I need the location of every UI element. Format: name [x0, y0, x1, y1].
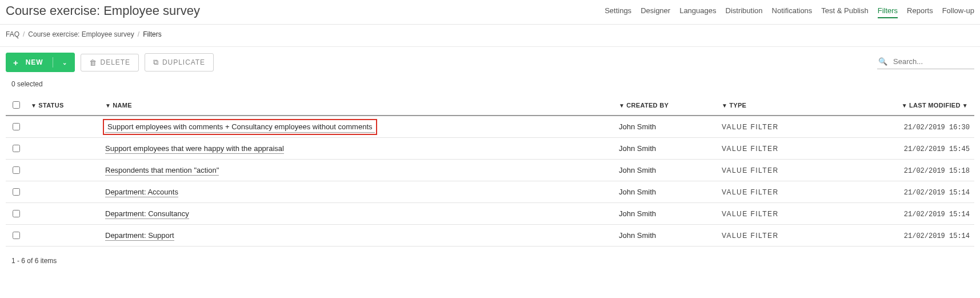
filter-icon: ▼: [31, 102, 37, 109]
col-header-name[interactable]: ▼NAME: [101, 94, 614, 116]
breadcrumb-separator: /: [23, 30, 25, 38]
row-created-by: John Smith: [614, 138, 717, 160]
col-header-name-label: NAME: [113, 102, 132, 109]
top-nav-item-designer[interactable]: Designer: [641, 4, 670, 18]
duplicate-button[interactable]: ⧉ DUPLICATE: [145, 53, 214, 71]
top-nav-item-languages[interactable]: Languages: [679, 4, 716, 18]
col-header-last-modified[interactable]: ▼LAST MODIFIED▼: [889, 94, 974, 116]
filter-name-link[interactable]: Department: Consultancy: [105, 209, 189, 219]
table-row: Respondents that mention "action"John Sm…: [6, 160, 974, 181]
page-title: Course exercise: Employee survey: [6, 3, 200, 18]
row-status: [26, 160, 101, 181]
col-header-type[interactable]: ▼TYPE: [717, 94, 889, 116]
filter-name-link[interactable]: Department: Accounts: [105, 188, 178, 197]
table-row: Department: SupportJohn SmithVALUE FILTE…: [6, 225, 974, 247]
top-nav-item-reports[interactable]: Reports: [907, 4, 933, 18]
row-type: VALUE FILTER: [722, 188, 779, 196]
filters-table: ▼STATUS ▼NAME ▼CREATED BY ▼TYPE ▼LAST MO…: [6, 94, 974, 247]
table-row: Support employees with comments + Consul…: [6, 116, 974, 138]
row-last-modified: 21/02/2019 15:14: [904, 189, 970, 197]
row-type: VALUE FILTER: [722, 210, 779, 218]
filter-name-link[interactable]: Respondents that mention "action": [105, 166, 219, 176]
chevron-down-icon[interactable]: ⌄: [62, 59, 67, 66]
trash-icon: 🗑: [89, 58, 97, 67]
filter-icon: ▼: [902, 102, 907, 109]
row-last-modified: 21/02/2019 15:14: [904, 232, 970, 240]
row-last-modified: 21/02/2019 16:30: [904, 124, 970, 132]
row-checkbox[interactable]: [13, 123, 20, 130]
row-created-by: John Smith: [614, 181, 717, 203]
row-status: [26, 116, 101, 138]
search-input[interactable]: [892, 57, 973, 66]
separator: [53, 57, 53, 67]
top-nav-item-test-publish[interactable]: Test & Publish: [821, 4, 868, 18]
row-created-by: John Smith: [614, 160, 717, 181]
row-last-modified: 21/02/2019 15:45: [904, 145, 970, 153]
sort-desc-icon: ▼: [962, 102, 968, 109]
top-nav-item-settings[interactable]: Settings: [605, 4, 631, 18]
table-row: Support employees that were happy with t…: [6, 138, 974, 160]
row-checkbox[interactable]: [13, 166, 20, 174]
search-icon: 🔍: [878, 57, 887, 66]
row-status: [26, 138, 101, 160]
row-last-modified: 21/02/2019 15:14: [904, 210, 970, 218]
filter-name-link[interactable]: Support employees with comments + Consul…: [105, 121, 375, 133]
row-checkbox[interactable]: [13, 188, 20, 196]
filter-name-link[interactable]: Support employees that were happy with t…: [105, 144, 284, 154]
selection-count: 0 selected: [0, 76, 980, 94]
filter-icon: ▼: [722, 102, 727, 109]
col-header-created-by[interactable]: ▼CREATED BY: [614, 94, 717, 116]
breadcrumb: FAQ/Course exercise: Employee survey/Fil…: [0, 25, 980, 47]
row-type: VALUE FILTER: [722, 166, 779, 174]
select-all-checkbox[interactable]: [13, 101, 20, 109]
breadcrumb-item[interactable]: Course exercise: Employee survey: [28, 30, 134, 38]
table-row: Department: AccountsJohn SmithVALUE FILT…: [6, 181, 974, 203]
col-header-status-label: STATUS: [38, 102, 63, 109]
filter-icon: ▼: [105, 102, 111, 109]
row-status: [26, 225, 101, 247]
row-created-by: John Smith: [614, 203, 717, 225]
breadcrumb-item: Filters: [143, 30, 162, 38]
table-footer-count: 1 - 6 of 6 items: [0, 247, 980, 275]
row-status: [26, 203, 101, 225]
col-header-status[interactable]: ▼STATUS: [26, 94, 101, 116]
duplicate-button-label: DUPLICATE: [162, 58, 205, 66]
breadcrumb-separator: /: [138, 30, 139, 38]
col-header-created-label: CREATED BY: [626, 102, 669, 109]
delete-button[interactable]: 🗑 DELETE: [81, 54, 139, 71]
table-row: Department: ConsultancyJohn SmithVALUE F…: [6, 203, 974, 225]
top-nav-item-notifications[interactable]: Notifications: [772, 4, 813, 18]
plus-icon: +: [13, 58, 19, 67]
filter-name-link[interactable]: Department: Support: [105, 231, 174, 241]
row-status: [26, 181, 101, 203]
filter-icon: ▼: [619, 102, 625, 109]
top-nav-item-distribution[interactable]: Distribution: [726, 4, 763, 18]
row-checkbox[interactable]: [13, 210, 20, 217]
breadcrumb-item[interactable]: FAQ: [6, 30, 19, 38]
top-nav-item-follow-up[interactable]: Follow-up: [942, 4, 974, 18]
row-type: VALUE FILTER: [722, 123, 779, 131]
row-created-by: John Smith: [614, 116, 717, 138]
row-last-modified: 21/02/2019 15:18: [904, 167, 970, 175]
top-nav: SettingsDesignerLanguagesDistributionNot…: [605, 4, 974, 18]
delete-button-label: DELETE: [101, 58, 130, 66]
search-container: 🔍: [877, 55, 974, 69]
row-created-by: John Smith: [614, 225, 717, 247]
col-header-modified-label: LAST MODIFIED: [909, 102, 961, 109]
row-type: VALUE FILTER: [722, 145, 779, 153]
copy-icon: ⧉: [153, 58, 159, 67]
top-nav-item-filters[interactable]: Filters: [878, 4, 898, 18]
row-checkbox[interactable]: [13, 232, 20, 239]
new-button-label: NEW: [26, 58, 43, 66]
col-header-type-label: TYPE: [729, 102, 746, 109]
row-type: VALUE FILTER: [722, 232, 779, 240]
row-checkbox[interactable]: [13, 145, 20, 152]
new-button[interactable]: + NEW ⌄: [6, 53, 75, 72]
